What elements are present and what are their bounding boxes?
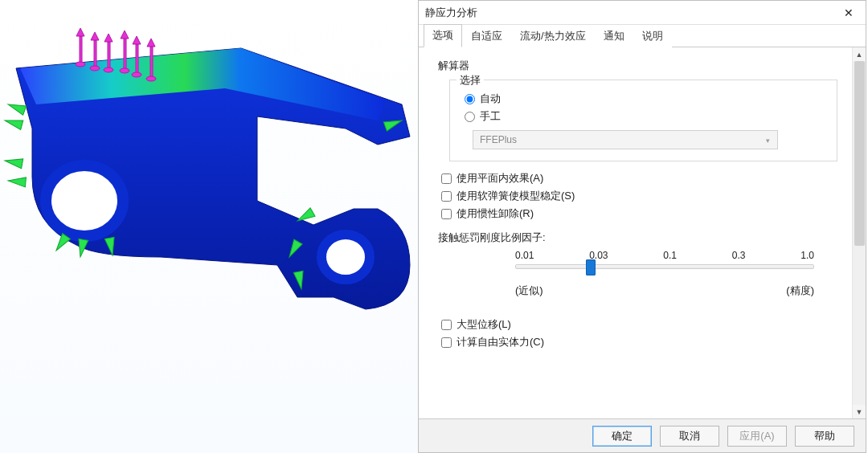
check-inertia-relief-label: 使用惯性卸除(R) [457,206,534,221]
feA-3d-viewport[interactable] [0,0,418,453]
check-large-displacement-label: 大型位移(L) [457,317,511,332]
radio-solver-auto-input[interactable] [465,94,475,104]
svg-marker-11 [104,34,113,42]
tab-strip: 选项 自适应 流动/热力效应 通知 说明 [419,25,866,47]
check-softspring-input[interactable] [441,191,452,202]
svg-rect-19 [150,47,153,79]
check-free-body-force-label: 计算自由实体力(C) [457,335,544,349]
tab-flow-thermal[interactable]: 流动/热力效应 [511,25,595,47]
options-panel: 解算器 选择 自动 手工 FFEPlus ▾ [419,47,852,418]
check-large-displacement-input[interactable] [441,320,452,330]
check-free-body-force-input[interactable] [441,337,452,348]
svg-rect-7 [94,40,96,68]
svg-marker-20 [147,39,155,47]
penalty-track[interactable] [515,264,814,269]
radio-solver-auto-label: 自动 [480,92,501,106]
svg-marker-22 [6,100,27,115]
vertical-scrollbar[interactable]: ▲ ▼ [852,47,866,418]
ok-button[interactable]: 确定 [592,426,652,447]
svg-point-12 [104,67,113,72]
penalty-ticks: 0.01 0.03 0.1 0.3 1.0 [515,250,814,261]
check-free-body-force[interactable]: 计算自由实体力(C) [441,333,837,351]
radio-solver-manual[interactable]: 手工 [465,108,825,125]
svg-marker-23 [3,116,23,129]
svg-point-18 [132,72,141,77]
solver-type-value: FFEPlus [480,134,517,145]
penalty-label: 接触惩罚刚度比例因子: [438,231,837,245]
check-inplane-input[interactable] [441,173,452,184]
check-inplane-label: 使用平面内效果(A) [457,171,543,186]
solver-group-title: 解算器 [438,59,837,73]
svg-marker-5 [76,28,84,36]
close-icon[interactable]: ✕ [838,5,859,21]
penalty-right-label: (精度) [786,284,814,298]
check-softspring-label: 使用软弹簧使模型稳定(S) [457,189,575,203]
cancel-button[interactable]: 取消 [660,426,719,447]
svg-point-9 [90,66,100,71]
scroll-thumb[interactable] [854,61,865,246]
svg-rect-13 [124,39,126,71]
titlebar[interactable]: 静应力分析 ✕ [419,1,866,25]
penalty-thumb[interactable] [586,259,596,275]
solver-type-select: FFEPlus ▾ [473,130,778,149]
radio-solver-manual-label: 手工 [480,109,501,124]
dialog-title: 静应力分析 [425,6,838,20]
scroll-track[interactable] [853,61,866,405]
check-large-displacement[interactable]: 大型位移(L) [441,316,837,333]
tick-3: 0.3 [732,250,746,261]
solver-choice-group: 选择 自动 手工 FFEPlus ▾ [449,80,837,161]
solver-flags: 使用平面内效果(A) 使用软弹簧使模型稳定(S) 使用惯性卸除(R) [438,169,837,222]
model-illustration [0,0,418,453]
tab-description[interactable]: 说明 [633,25,672,47]
scroll-up-icon[interactable]: ▲ [853,47,866,61]
svg-marker-14 [121,31,129,39]
svg-point-21 [146,76,156,81]
svg-marker-17 [133,36,141,44]
check-softspring[interactable]: 使用软弹簧使模型稳定(S) [441,187,837,205]
svg-point-15 [120,68,129,73]
tick-0: 0.01 [515,250,534,261]
penalty-slider[interactable]: 0.01 0.03 0.1 0.3 1.0 [515,250,814,269]
svg-marker-8 [91,32,99,40]
tab-adaptive[interactable]: 自适应 [462,25,511,47]
svg-rect-4 [80,36,82,64]
apply-button: 应用(A) [727,426,787,447]
help-button[interactable]: 帮助 [795,426,854,447]
svg-marker-25 [7,176,26,187]
tab-options[interactable]: 选项 [424,24,462,47]
penalty-left-label: (近似) [515,284,543,298]
svg-rect-16 [136,44,138,75]
tab-notification[interactable]: 通知 [595,25,633,47]
svg-point-6 [76,62,85,67]
scroll-down-icon[interactable]: ▼ [853,405,866,418]
chevron-down-icon: ▾ [761,134,774,147]
check-inplane[interactable]: 使用平面内效果(A) [441,169,837,187]
svg-rect-10 [108,42,110,70]
radio-solver-manual-input[interactable] [465,112,475,122]
solver-choice-legend: 选择 [457,73,484,88]
dialog-footer: 确定 取消 应用(A) 帮助 [419,418,866,452]
tick-4: 1.0 [800,250,814,261]
static-analysis-dialog: 静应力分析 ✕ 选项 自适应 流动/热力效应 通知 说明 解算器 选择 自动 [418,0,866,453]
tick-2: 0.1 [663,250,677,261]
check-inertia-relief[interactable]: 使用惯性卸除(R) [441,205,837,222]
check-inertia-relief-input[interactable] [441,209,452,219]
svg-marker-24 [4,156,23,169]
radio-solver-auto[interactable]: 自动 [465,90,825,108]
